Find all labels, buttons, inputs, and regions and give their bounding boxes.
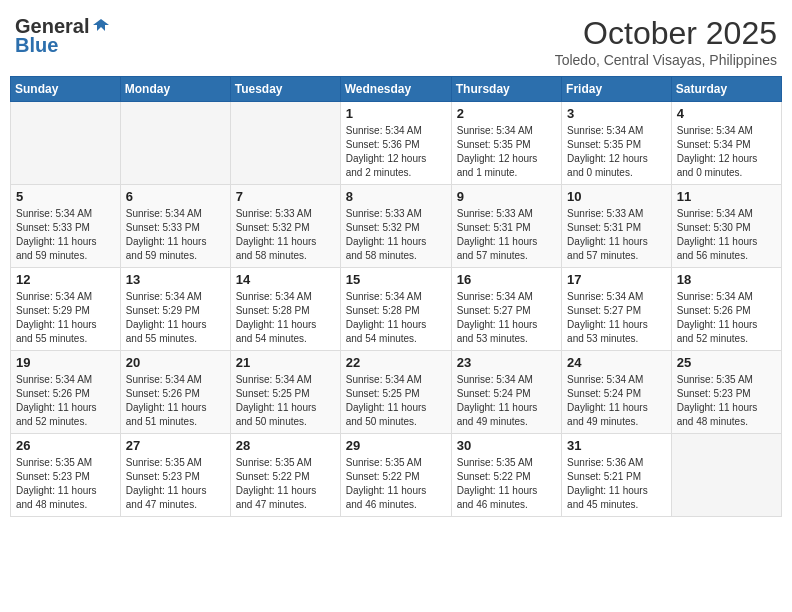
day-number: 21	[236, 355, 335, 370]
day-number: 22	[346, 355, 446, 370]
day-number: 14	[236, 272, 335, 287]
day-info: Sunrise: 5:35 AMSunset: 5:23 PMDaylight:…	[16, 456, 115, 512]
calendar-week-row: 26Sunrise: 5:35 AMSunset: 5:23 PMDayligh…	[11, 434, 782, 517]
calendar-day-16: 16Sunrise: 5:34 AMSunset: 5:27 PMDayligh…	[451, 268, 561, 351]
logo: General Blue	[15, 15, 111, 57]
calendar-day-26: 26Sunrise: 5:35 AMSunset: 5:23 PMDayligh…	[11, 434, 121, 517]
day-number: 19	[16, 355, 115, 370]
day-info: Sunrise: 5:34 AMSunset: 5:27 PMDaylight:…	[457, 290, 556, 346]
logo-bird-icon	[91, 17, 111, 37]
day-number: 11	[677, 189, 776, 204]
day-info: Sunrise: 5:35 AMSunset: 5:22 PMDaylight:…	[457, 456, 556, 512]
calendar-day-17: 17Sunrise: 5:34 AMSunset: 5:27 PMDayligh…	[562, 268, 672, 351]
day-info: Sunrise: 5:34 AMSunset: 5:24 PMDaylight:…	[567, 373, 666, 429]
day-number: 6	[126, 189, 225, 204]
day-info: Sunrise: 5:34 AMSunset: 5:35 PMDaylight:…	[457, 124, 556, 180]
calendar-day-1: 1Sunrise: 5:34 AMSunset: 5:36 PMDaylight…	[340, 102, 451, 185]
calendar-day-21: 21Sunrise: 5:34 AMSunset: 5:25 PMDayligh…	[230, 351, 340, 434]
day-number: 23	[457, 355, 556, 370]
day-number: 1	[346, 106, 446, 121]
weekday-header-tuesday: Tuesday	[230, 77, 340, 102]
calendar-day-27: 27Sunrise: 5:35 AMSunset: 5:23 PMDayligh…	[120, 434, 230, 517]
calendar-day-12: 12Sunrise: 5:34 AMSunset: 5:29 PMDayligh…	[11, 268, 121, 351]
calendar-day-28: 28Sunrise: 5:35 AMSunset: 5:22 PMDayligh…	[230, 434, 340, 517]
day-number: 25	[677, 355, 776, 370]
day-number: 8	[346, 189, 446, 204]
calendar-day-empty	[120, 102, 230, 185]
calendar-day-5: 5Sunrise: 5:34 AMSunset: 5:33 PMDaylight…	[11, 185, 121, 268]
day-info: Sunrise: 5:34 AMSunset: 5:26 PMDaylight:…	[16, 373, 115, 429]
day-number: 28	[236, 438, 335, 453]
title-block: October 2025 Toledo, Central Visayas, Ph…	[555, 15, 777, 68]
calendar-day-25: 25Sunrise: 5:35 AMSunset: 5:23 PMDayligh…	[671, 351, 781, 434]
calendar-week-row: 1Sunrise: 5:34 AMSunset: 5:36 PMDaylight…	[11, 102, 782, 185]
weekday-header-sunday: Sunday	[11, 77, 121, 102]
calendar-day-20: 20Sunrise: 5:34 AMSunset: 5:26 PMDayligh…	[120, 351, 230, 434]
calendar-week-row: 12Sunrise: 5:34 AMSunset: 5:29 PMDayligh…	[11, 268, 782, 351]
day-number: 30	[457, 438, 556, 453]
day-info: Sunrise: 5:34 AMSunset: 5:26 PMDaylight:…	[126, 373, 225, 429]
logo-blue: Blue	[15, 34, 58, 57]
weekday-header-monday: Monday	[120, 77, 230, 102]
calendar-day-15: 15Sunrise: 5:34 AMSunset: 5:28 PMDayligh…	[340, 268, 451, 351]
day-number: 16	[457, 272, 556, 287]
day-number: 3	[567, 106, 666, 121]
calendar-table: SundayMondayTuesdayWednesdayThursdayFrid…	[10, 76, 782, 517]
day-info: Sunrise: 5:34 AMSunset: 5:28 PMDaylight:…	[346, 290, 446, 346]
day-number: 24	[567, 355, 666, 370]
day-info: Sunrise: 5:34 AMSunset: 5:24 PMDaylight:…	[457, 373, 556, 429]
calendar-day-9: 9Sunrise: 5:33 AMSunset: 5:31 PMDaylight…	[451, 185, 561, 268]
location-title: Toledo, Central Visayas, Philippines	[555, 52, 777, 68]
day-number: 4	[677, 106, 776, 121]
calendar-day-19: 19Sunrise: 5:34 AMSunset: 5:26 PMDayligh…	[11, 351, 121, 434]
page-header: General Blue October 2025 Toledo, Centra…	[10, 10, 782, 68]
day-info: Sunrise: 5:35 AMSunset: 5:22 PMDaylight:…	[346, 456, 446, 512]
day-info: Sunrise: 5:35 AMSunset: 5:22 PMDaylight:…	[236, 456, 335, 512]
calendar-week-row: 5Sunrise: 5:34 AMSunset: 5:33 PMDaylight…	[11, 185, 782, 268]
day-number: 20	[126, 355, 225, 370]
day-info: Sunrise: 5:34 AMSunset: 5:33 PMDaylight:…	[126, 207, 225, 263]
day-number: 26	[16, 438, 115, 453]
weekday-header-saturday: Saturday	[671, 77, 781, 102]
calendar-day-14: 14Sunrise: 5:34 AMSunset: 5:28 PMDayligh…	[230, 268, 340, 351]
calendar-day-10: 10Sunrise: 5:33 AMSunset: 5:31 PMDayligh…	[562, 185, 672, 268]
calendar-day-23: 23Sunrise: 5:34 AMSunset: 5:24 PMDayligh…	[451, 351, 561, 434]
calendar-day-empty	[230, 102, 340, 185]
day-info: Sunrise: 5:34 AMSunset: 5:29 PMDaylight:…	[126, 290, 225, 346]
day-info: Sunrise: 5:34 AMSunset: 5:26 PMDaylight:…	[677, 290, 776, 346]
day-number: 12	[16, 272, 115, 287]
day-info: Sunrise: 5:33 AMSunset: 5:32 PMDaylight:…	[236, 207, 335, 263]
day-number: 7	[236, 189, 335, 204]
day-info: Sunrise: 5:36 AMSunset: 5:21 PMDaylight:…	[567, 456, 666, 512]
calendar-day-empty	[671, 434, 781, 517]
calendar-day-22: 22Sunrise: 5:34 AMSunset: 5:25 PMDayligh…	[340, 351, 451, 434]
day-number: 31	[567, 438, 666, 453]
day-number: 13	[126, 272, 225, 287]
calendar-day-6: 6Sunrise: 5:34 AMSunset: 5:33 PMDaylight…	[120, 185, 230, 268]
calendar-day-29: 29Sunrise: 5:35 AMSunset: 5:22 PMDayligh…	[340, 434, 451, 517]
day-number: 2	[457, 106, 556, 121]
calendar-day-7: 7Sunrise: 5:33 AMSunset: 5:32 PMDaylight…	[230, 185, 340, 268]
day-info: Sunrise: 5:34 AMSunset: 5:27 PMDaylight:…	[567, 290, 666, 346]
weekday-header-row: SundayMondayTuesdayWednesdayThursdayFrid…	[11, 77, 782, 102]
day-number: 27	[126, 438, 225, 453]
day-info: Sunrise: 5:35 AMSunset: 5:23 PMDaylight:…	[677, 373, 776, 429]
day-info: Sunrise: 5:34 AMSunset: 5:25 PMDaylight:…	[346, 373, 446, 429]
day-info: Sunrise: 5:34 AMSunset: 5:33 PMDaylight:…	[16, 207, 115, 263]
calendar-day-13: 13Sunrise: 5:34 AMSunset: 5:29 PMDayligh…	[120, 268, 230, 351]
day-info: Sunrise: 5:34 AMSunset: 5:28 PMDaylight:…	[236, 290, 335, 346]
day-number: 15	[346, 272, 446, 287]
day-number: 29	[346, 438, 446, 453]
day-number: 10	[567, 189, 666, 204]
day-number: 5	[16, 189, 115, 204]
day-info: Sunrise: 5:34 AMSunset: 5:34 PMDaylight:…	[677, 124, 776, 180]
day-info: Sunrise: 5:34 AMSunset: 5:35 PMDaylight:…	[567, 124, 666, 180]
day-info: Sunrise: 5:34 AMSunset: 5:25 PMDaylight:…	[236, 373, 335, 429]
calendar-day-3: 3Sunrise: 5:34 AMSunset: 5:35 PMDaylight…	[562, 102, 672, 185]
day-info: Sunrise: 5:33 AMSunset: 5:31 PMDaylight:…	[567, 207, 666, 263]
calendar-week-row: 19Sunrise: 5:34 AMSunset: 5:26 PMDayligh…	[11, 351, 782, 434]
calendar-day-30: 30Sunrise: 5:35 AMSunset: 5:22 PMDayligh…	[451, 434, 561, 517]
weekday-header-friday: Friday	[562, 77, 672, 102]
weekday-header-wednesday: Wednesday	[340, 77, 451, 102]
calendar-day-31: 31Sunrise: 5:36 AMSunset: 5:21 PMDayligh…	[562, 434, 672, 517]
